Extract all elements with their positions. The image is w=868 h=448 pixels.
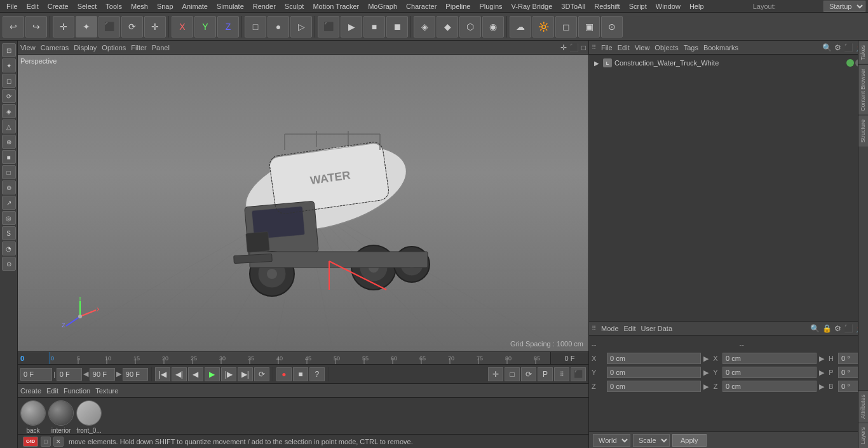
lp-tool-13[interactable]: S [2, 226, 16, 240]
menu-character[interactable]: Character [402, 2, 440, 11]
snap-to-frame[interactable]: ✛ [488, 367, 503, 381]
stop-button[interactable]: ■ [293, 367, 308, 381]
select-tool[interactable]: ✛ [53, 16, 74, 37]
menu-3dtoall[interactable]: 3DToAll [557, 2, 589, 11]
lp-tool-1[interactable]: ⊡ [2, 43, 16, 57]
attrs-settings-icon[interactable]: ⚙ [834, 324, 841, 333]
menu-window[interactable]: Window [652, 2, 684, 11]
preview-mode[interactable]: P [538, 367, 553, 381]
attrs-y2-input[interactable] [722, 367, 817, 378]
go-to-start-button[interactable]: |◀ [155, 367, 170, 381]
next-frame-button[interactable]: |▶ [221, 367, 236, 381]
lp-tool-9[interactable]: □ [2, 165, 16, 179]
vt-filter[interactable]: Filter [131, 44, 146, 51]
render-settings[interactable]: ⏹ [386, 16, 408, 37]
record-button[interactable]: ● [276, 367, 292, 381]
timeline-ruler[interactable]: 0 0 5 10 15 20 25 3 [18, 351, 588, 364]
obj-file[interactable]: File [601, 44, 613, 51]
menu-create[interactable]: Create [44, 2, 72, 11]
attrs-z2-input[interactable] [722, 381, 817, 392]
apply-button[interactable]: Apply [672, 434, 707, 447]
obj-edit[interactable]: Edit [618, 44, 630, 51]
attrs-expand-icon[interactable]: ⬛ [844, 324, 853, 333]
vt-options[interactable]: Options [102, 44, 126, 51]
vt-cameras[interactable]: Cameras [41, 44, 69, 51]
material-back[interactable]: back [20, 400, 46, 434]
menu-snap[interactable]: Snap [153, 2, 177, 11]
help-button[interactable]: ? [309, 367, 325, 381]
status-icon-cinema[interactable]: C4D [23, 437, 38, 447]
obj-expand-icon[interactable]: ⬛ [844, 43, 853, 52]
lp-tool-11[interactable]: ↗ [2, 196, 16, 210]
obj-visible-dot[interactable] [846, 59, 854, 67]
z-axis[interactable]: Z [217, 16, 239, 37]
end-frame-input-1[interactable] [90, 368, 115, 381]
y-axis[interactable]: Y [194, 16, 216, 37]
vt-display[interactable]: Display [74, 44, 97, 51]
cube-tool[interactable]: ◈ [414, 16, 435, 37]
menu-sculpt[interactable]: Sculpt [281, 2, 308, 11]
menu-mesh[interactable]: Mesh [127, 2, 152, 11]
menu-script[interactable]: Script [625, 2, 651, 11]
play-reverse-button[interactable]: ◀ [188, 367, 203, 381]
current-frame-input[interactable] [20, 368, 52, 381]
camera-tool[interactable]: ☁ [510, 16, 531, 37]
obj-settings-icon[interactable]: ⚙ [834, 43, 841, 52]
attrs-lock-icon[interactable]: 🔒 [822, 324, 832, 333]
lp-tool-8[interactable]: ■ [2, 150, 16, 164]
prev-frame-button[interactable]: ◀| [172, 367, 187, 381]
menu-motion-tracker[interactable]: Motion Tracker [309, 2, 363, 11]
lp-tool-10[interactable]: ⊖ [2, 180, 16, 194]
mat-create[interactable]: Create [20, 387, 41, 395]
lp-tool-2[interactable]: ✦ [2, 58, 16, 72]
loop-button[interactable]: ⟳ [254, 367, 269, 381]
layout-dropdown[interactable]: Startup [824, 1, 865, 12]
render-active[interactable]: ▶ [341, 16, 362, 37]
auto-key[interactable]: ⟳ [521, 367, 536, 381]
menu-vray[interactable]: V-Ray Bridge [508, 2, 557, 11]
attrs-x-input[interactable] [607, 353, 701, 364]
lp-tool-15[interactable]: ⊙ [2, 257, 16, 271]
lp-tool-3[interactable]: ◻ [2, 74, 16, 88]
render-region[interactable]: ⬛ [318, 16, 339, 37]
vt-icon-1[interactable]: ✛ [560, 43, 567, 52]
obj-bookmarks[interactable]: Bookmarks [703, 44, 738, 51]
spline-tool[interactable]: ◻ [555, 16, 577, 37]
extra-btn[interactable]: ⬛ [571, 367, 586, 381]
go-to-end-button[interactable]: ▶| [238, 367, 253, 381]
viewport-3d[interactable]: Perspective WATER [18, 55, 588, 351]
lp-tool-4[interactable]: ⟳ [2, 89, 16, 103]
material-interior[interactable]: interior [48, 400, 74, 434]
mat-function[interactable]: Function [64, 387, 90, 395]
object-mode[interactable]: □ [245, 16, 266, 37]
menu-file[interactable]: File [3, 2, 22, 11]
mat-texture[interactable]: Texture [95, 387, 118, 395]
lp-tool-6[interactable]: △ [2, 119, 16, 133]
menu-simulate[interactable]: Simulate [213, 2, 248, 11]
move-tool[interactable]: ✦ [76, 16, 97, 37]
attrs-edit[interactable]: Edit [624, 325, 636, 332]
status-icon-close[interactable]: ✕ [53, 437, 64, 447]
menu-pipeline[interactable]: Pipeline [442, 2, 474, 11]
rtab-structure[interactable]: Structure [858, 115, 868, 147]
world-dropdown[interactable]: World [593, 434, 630, 447]
point-mode[interactable]: ● [268, 16, 289, 37]
attrs-user-data[interactable]: User Data [641, 325, 673, 332]
cylinder-tool[interactable]: ⬡ [459, 16, 481, 37]
menu-animate[interactable]: Animate [179, 2, 212, 11]
transform-tool[interactable]: ✛ [144, 16, 166, 37]
play-button[interactable]: ▶ [205, 367, 220, 381]
vt-panel[interactable]: Panel [152, 44, 170, 51]
x-axis[interactable]: X [172, 16, 193, 37]
vt-view[interactable]: View [20, 44, 36, 51]
vt-icon-2[interactable]: ⬛ [569, 43, 579, 52]
obj-view[interactable]: View [635, 44, 650, 51]
lp-tool-5[interactable]: ◈ [2, 104, 16, 118]
vt-icon-3[interactable]: □ [581, 43, 586, 52]
menu-edit[interactable]: Edit [23, 2, 43, 11]
sphere-tool[interactable]: ◆ [437, 16, 458, 37]
rtab-attributes[interactable]: Attributes [858, 390, 868, 423]
rtab-content-browser[interactable]: Content Browser [858, 64, 868, 115]
object-expand-icon[interactable]: ▶ [594, 60, 600, 67]
obj-search-icon[interactable]: 🔍 [822, 43, 832, 52]
